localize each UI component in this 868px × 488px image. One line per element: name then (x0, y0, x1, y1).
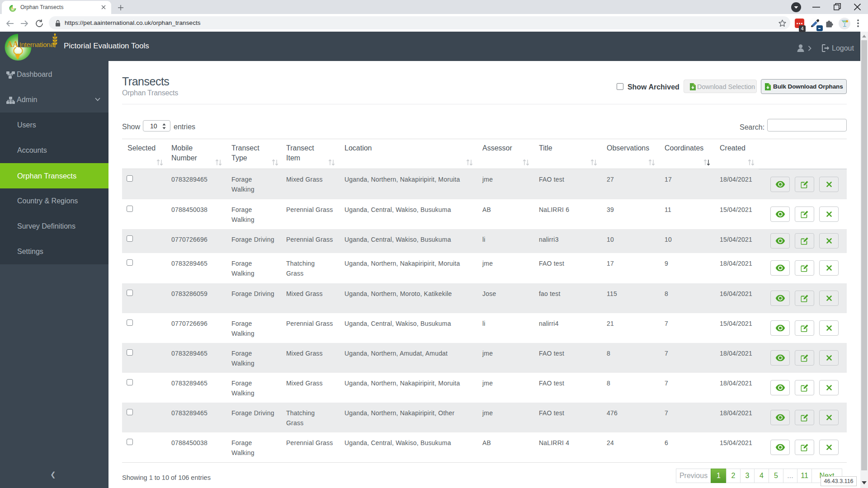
svg-text:AA: AA (7, 40, 19, 49)
svg-text:International: International (19, 41, 56, 48)
